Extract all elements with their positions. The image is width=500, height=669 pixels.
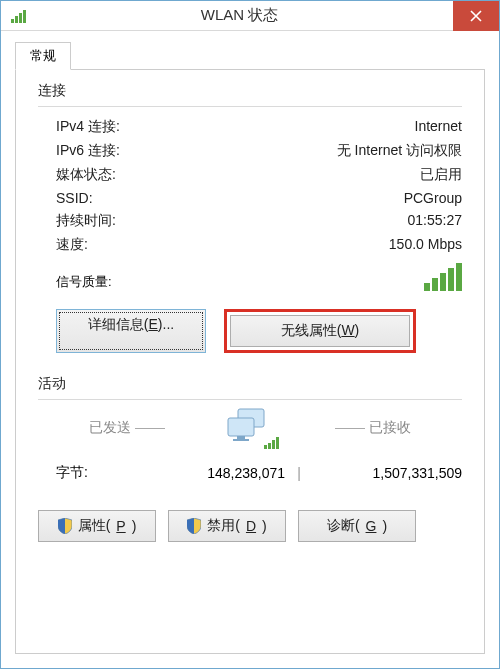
connection-buttons: 详细信息(E)... 无线属性(W) bbox=[56, 309, 462, 353]
row-signal-quality: 信号质量: bbox=[38, 257, 462, 297]
connection-section-title: 连接 bbox=[38, 82, 462, 100]
shield-icon bbox=[187, 518, 201, 534]
mini-signal-icon bbox=[264, 437, 279, 449]
sent-label: 已发送 bbox=[89, 419, 131, 437]
activity-graphic: 已发送 bbox=[38, 408, 462, 448]
details-button[interactable]: 详细信息(E)... bbox=[56, 309, 206, 353]
row-speed: 速度: 150.0 Mbps bbox=[38, 233, 462, 257]
diagnose-button[interactable]: 诊断(G) bbox=[298, 510, 416, 542]
disable-button[interactable]: 禁用(D) bbox=[168, 510, 286, 542]
svg-rect-3 bbox=[233, 439, 249, 441]
sent-indicator: 已发送 bbox=[38, 419, 216, 437]
divider bbox=[38, 399, 462, 400]
wifi-signal-icon bbox=[11, 9, 26, 23]
tabs: 常规 bbox=[15, 41, 485, 69]
wireless-properties-highlight: 无线属性(W) bbox=[224, 309, 416, 353]
titlebar: WLAN 状态 bbox=[1, 1, 499, 31]
row-ipv6: IPv6 连接: 无 Internet 访问权限 bbox=[38, 139, 462, 163]
content-area: 常规 连接 IPv4 连接: Internet IPv6 连接: 无 Inter… bbox=[1, 31, 499, 668]
speed-label: 速度: bbox=[56, 236, 88, 254]
ssid-label: SSID: bbox=[56, 190, 93, 206]
activity-buttons: 属性(P) 禁用(D) 诊断(G) bbox=[38, 510, 462, 542]
row-ipv4: IPv4 连接: Internet bbox=[38, 115, 462, 139]
ipv4-label: IPv4 连接: bbox=[56, 118, 120, 136]
media-state-value: 已启用 bbox=[420, 166, 462, 184]
bytes-separator: | bbox=[285, 465, 313, 481]
row-media-state: 媒体状态: 已启用 bbox=[38, 163, 462, 187]
activity-section-title: 活动 bbox=[38, 375, 462, 393]
duration-value: 01:55:27 bbox=[408, 212, 463, 230]
ipv6-label: IPv6 连接: bbox=[56, 142, 120, 160]
received-indicator: 已接收 bbox=[284, 419, 462, 437]
shield-icon bbox=[58, 518, 72, 534]
ssid-value: PCGroup bbox=[404, 190, 462, 206]
tab-general[interactable]: 常规 bbox=[15, 42, 71, 70]
properties-button[interactable]: 属性(P) bbox=[38, 510, 156, 542]
wlan-status-window: WLAN 状态 常规 连接 IPv4 连接: Internet IPv6 连接:… bbox=[0, 0, 500, 669]
network-monitors-icon bbox=[224, 408, 276, 448]
received-label: 已接收 bbox=[369, 419, 411, 437]
duration-label: 持续时间: bbox=[56, 212, 116, 230]
media-state-label: 媒体状态: bbox=[56, 166, 116, 184]
signal-bars-icon bbox=[424, 263, 462, 291]
row-ssid: SSID: PCGroup bbox=[38, 187, 462, 209]
activity-section: 活动 已发送 bbox=[38, 375, 462, 542]
bytes-sent-value: 148,238,071 bbox=[136, 465, 285, 481]
svg-rect-1 bbox=[228, 418, 254, 436]
bytes-label: 字节: bbox=[56, 464, 136, 482]
window-title: WLAN 状态 bbox=[26, 6, 453, 25]
ipv4-value: Internet bbox=[415, 118, 462, 136]
bytes-received-value: 1,507,331,509 bbox=[313, 465, 462, 481]
wireless-properties-button[interactable]: 无线属性(W) bbox=[230, 315, 410, 347]
close-button[interactable] bbox=[453, 1, 499, 31]
svg-rect-2 bbox=[237, 436, 245, 439]
divider bbox=[38, 106, 462, 107]
ipv6-value: 无 Internet 访问权限 bbox=[337, 142, 462, 160]
tab-panel-general: 连接 IPv4 连接: Internet IPv6 连接: 无 Internet… bbox=[15, 69, 485, 654]
close-icon bbox=[470, 10, 482, 22]
row-bytes: 字节: 148,238,071 | 1,507,331,509 bbox=[38, 458, 462, 488]
row-duration: 持续时间: 01:55:27 bbox=[38, 209, 462, 233]
signal-quality-label: 信号质量: bbox=[56, 273, 112, 291]
speed-value: 150.0 Mbps bbox=[389, 236, 462, 254]
